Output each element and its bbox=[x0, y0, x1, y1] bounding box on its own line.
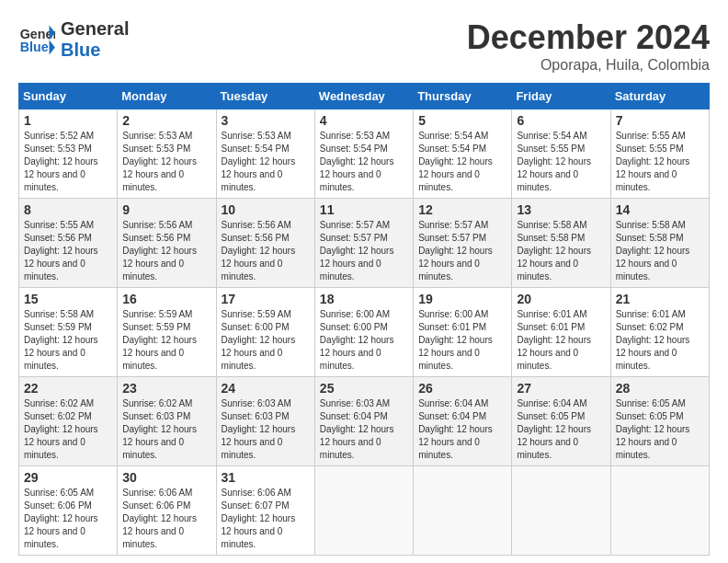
day-number: 9 bbox=[122, 202, 210, 217]
week-row-4: 22Sunrise: 6:02 AMSunset: 6:02 PMDayligh… bbox=[19, 377, 710, 466]
day-detail: Sunrise: 5:54 AMSunset: 5:55 PMDaylight:… bbox=[517, 130, 605, 194]
day-number: 31 bbox=[222, 470, 310, 485]
day-cell bbox=[512, 466, 610, 556]
day-cell: 11Sunrise: 5:57 AMSunset: 5:57 PMDayligh… bbox=[314, 199, 413, 288]
day-cell: 15Sunrise: 5:58 AMSunset: 5:59 PMDayligh… bbox=[19, 288, 118, 377]
day-number: 26 bbox=[418, 381, 506, 396]
day-detail: Sunrise: 6:03 AMSunset: 6:03 PMDaylight:… bbox=[222, 397, 310, 462]
day-number: 16 bbox=[122, 292, 210, 306]
day-cell: 4Sunrise: 5:53 AMSunset: 5:54 PMDaylight… bbox=[314, 109, 413, 199]
day-number: 13 bbox=[517, 202, 605, 217]
day-detail: Sunrise: 6:04 AMSunset: 6:04 PMDaylight:… bbox=[418, 397, 506, 462]
header-cell-saturday: Saturday bbox=[610, 84, 709, 109]
day-number: 17 bbox=[222, 292, 310, 306]
day-detail: Sunrise: 6:05 AMSunset: 6:05 PMDaylight:… bbox=[616, 397, 704, 462]
day-detail: Sunrise: 6:02 AMSunset: 6:02 PMDaylight:… bbox=[24, 397, 112, 462]
day-number: 8 bbox=[24, 202, 112, 217]
day-detail: Sunrise: 5:58 AMSunset: 5:59 PMDaylight:… bbox=[24, 308, 112, 373]
day-number: 12 bbox=[418, 202, 506, 217]
logo-blue: Blue bbox=[61, 40, 129, 61]
day-number: 18 bbox=[320, 292, 408, 306]
day-detail: Sunrise: 6:04 AMSunset: 6:05 PMDaylight:… bbox=[517, 397, 605, 462]
day-number: 11 bbox=[320, 202, 408, 217]
day-cell: 14Sunrise: 5:58 AMSunset: 5:58 PMDayligh… bbox=[610, 199, 709, 288]
day-cell: 30Sunrise: 6:06 AMSunset: 6:06 PMDayligh… bbox=[118, 466, 216, 556]
day-cell: 7Sunrise: 5:55 AMSunset: 5:55 PMDaylight… bbox=[610, 109, 709, 199]
location: Oporapa, Huila, Colombia bbox=[467, 57, 710, 74]
header-cell-wednesday: Wednesday bbox=[314, 84, 413, 109]
logo-general: General bbox=[61, 18, 129, 40]
day-number: 21 bbox=[616, 292, 704, 306]
day-cell: 23Sunrise: 6:02 AMSunset: 6:03 PMDayligh… bbox=[118, 377, 216, 466]
day-detail: Sunrise: 6:01 AMSunset: 6:02 PMDaylight:… bbox=[616, 308, 704, 373]
header: General Blue General Blue December 2024 … bbox=[18, 18, 710, 74]
day-cell: 26Sunrise: 6:04 AMSunset: 6:04 PMDayligh… bbox=[414, 377, 512, 466]
day-detail: Sunrise: 6:01 AMSunset: 6:01 PMDaylight:… bbox=[517, 308, 605, 373]
day-number: 3 bbox=[222, 113, 310, 128]
day-detail: Sunrise: 6:02 AMSunset: 6:03 PMDaylight:… bbox=[122, 397, 210, 462]
header-row: SundayMondayTuesdayWednesdayThursdayFrid… bbox=[19, 84, 710, 109]
day-detail: Sunrise: 5:59 AMSunset: 6:00 PMDaylight:… bbox=[222, 308, 310, 373]
day-cell: 9Sunrise: 5:56 AMSunset: 5:56 PMDaylight… bbox=[118, 199, 216, 288]
day-cell bbox=[414, 466, 512, 556]
month-title: December 2024 bbox=[467, 18, 710, 57]
day-cell: 27Sunrise: 6:04 AMSunset: 6:05 PMDayligh… bbox=[512, 377, 610, 466]
day-cell: 20Sunrise: 6:01 AMSunset: 6:01 PMDayligh… bbox=[512, 288, 610, 377]
title-area: December 2024 Oporapa, Huila, Colombia bbox=[467, 18, 710, 74]
day-number: 15 bbox=[24, 292, 112, 306]
day-cell: 22Sunrise: 6:02 AMSunset: 6:02 PMDayligh… bbox=[19, 377, 118, 466]
day-number: 29 bbox=[24, 470, 112, 485]
day-cell: 19Sunrise: 6:00 AMSunset: 6:01 PMDayligh… bbox=[414, 288, 512, 377]
day-detail: Sunrise: 6:05 AMSunset: 6:06 PMDaylight:… bbox=[24, 487, 112, 551]
day-cell: 5Sunrise: 5:54 AMSunset: 5:54 PMDaylight… bbox=[414, 109, 512, 199]
day-cell: 10Sunrise: 5:56 AMSunset: 5:56 PMDayligh… bbox=[216, 199, 314, 288]
header-cell-friday: Friday bbox=[512, 84, 610, 109]
week-row-5: 29Sunrise: 6:05 AMSunset: 6:06 PMDayligh… bbox=[19, 466, 710, 556]
day-number: 4 bbox=[320, 113, 408, 128]
week-row-3: 15Sunrise: 5:58 AMSunset: 5:59 PMDayligh… bbox=[19, 288, 710, 377]
day-cell: 25Sunrise: 6:03 AMSunset: 6:04 PMDayligh… bbox=[314, 377, 413, 466]
day-detail: Sunrise: 6:00 AMSunset: 6:00 PMDaylight:… bbox=[320, 308, 408, 373]
day-detail: Sunrise: 5:58 AMSunset: 5:58 PMDaylight:… bbox=[616, 219, 704, 283]
day-detail: Sunrise: 5:53 AMSunset: 5:54 PMDaylight:… bbox=[222, 130, 310, 194]
day-detail: Sunrise: 5:56 AMSunset: 5:56 PMDaylight:… bbox=[122, 219, 210, 283]
day-detail: Sunrise: 6:03 AMSunset: 6:04 PMDaylight:… bbox=[320, 397, 408, 462]
day-cell: 1Sunrise: 5:52 AMSunset: 5:53 PMDaylight… bbox=[19, 109, 118, 199]
day-detail: Sunrise: 5:53 AMSunset: 5:54 PMDaylight:… bbox=[320, 130, 408, 194]
day-detail: Sunrise: 5:57 AMSunset: 5:57 PMDaylight:… bbox=[418, 219, 506, 283]
day-number: 6 bbox=[517, 113, 605, 128]
day-cell: 12Sunrise: 5:57 AMSunset: 5:57 PMDayligh… bbox=[414, 199, 512, 288]
day-cell: 31Sunrise: 6:06 AMSunset: 6:07 PMDayligh… bbox=[216, 466, 314, 556]
header-cell-tuesday: Tuesday bbox=[216, 84, 314, 109]
week-row-1: 1Sunrise: 5:52 AMSunset: 5:53 PMDaylight… bbox=[19, 109, 710, 199]
day-number: 5 bbox=[418, 113, 506, 128]
day-detail: Sunrise: 5:58 AMSunset: 5:58 PMDaylight:… bbox=[517, 219, 605, 283]
day-number: 24 bbox=[222, 381, 310, 396]
day-cell bbox=[610, 466, 709, 556]
day-cell: 17Sunrise: 5:59 AMSunset: 6:00 PMDayligh… bbox=[216, 288, 314, 377]
day-number: 25 bbox=[320, 381, 408, 396]
day-detail: Sunrise: 5:53 AMSunset: 5:53 PMDaylight:… bbox=[122, 130, 210, 194]
logo-icon: General Blue bbox=[18, 24, 55, 56]
day-detail: Sunrise: 5:57 AMSunset: 5:57 PMDaylight:… bbox=[320, 219, 408, 283]
day-detail: Sunrise: 6:06 AMSunset: 6:07 PMDaylight:… bbox=[222, 487, 310, 551]
week-row-2: 8Sunrise: 5:55 AMSunset: 5:56 PMDaylight… bbox=[19, 199, 710, 288]
day-detail: Sunrise: 5:54 AMSunset: 5:54 PMDaylight:… bbox=[418, 130, 506, 194]
day-cell: 28Sunrise: 6:05 AMSunset: 6:05 PMDayligh… bbox=[610, 377, 709, 466]
svg-text:Blue: Blue bbox=[20, 40, 49, 54]
day-number: 22 bbox=[24, 381, 112, 396]
day-number: 23 bbox=[122, 381, 210, 396]
day-cell: 8Sunrise: 5:55 AMSunset: 5:56 PMDaylight… bbox=[19, 199, 118, 288]
day-cell: 2Sunrise: 5:53 AMSunset: 5:53 PMDaylight… bbox=[118, 109, 216, 199]
header-cell-monday: Monday bbox=[118, 84, 216, 109]
logo: General Blue General Blue bbox=[18, 18, 129, 61]
header-cell-thursday: Thursday bbox=[414, 84, 512, 109]
calendar-table: SundayMondayTuesdayWednesdayThursdayFrid… bbox=[18, 83, 710, 556]
day-number: 1 bbox=[24, 113, 112, 128]
day-detail: Sunrise: 5:55 AMSunset: 5:55 PMDaylight:… bbox=[616, 130, 704, 194]
day-cell: 3Sunrise: 5:53 AMSunset: 5:54 PMDaylight… bbox=[216, 109, 314, 199]
day-number: 20 bbox=[517, 292, 605, 306]
day-number: 28 bbox=[616, 381, 704, 396]
day-detail: Sunrise: 5:55 AMSunset: 5:56 PMDaylight:… bbox=[24, 219, 112, 283]
day-cell: 21Sunrise: 6:01 AMSunset: 6:02 PMDayligh… bbox=[610, 288, 709, 377]
